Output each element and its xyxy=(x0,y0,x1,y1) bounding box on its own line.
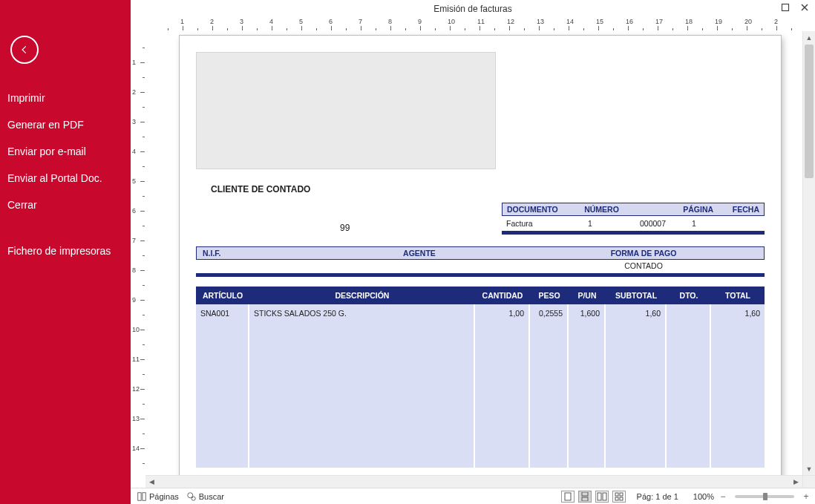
info-header-nif: N.I.F. xyxy=(197,247,315,259)
doc-header-pagina: PÁGINA xyxy=(678,203,728,215)
items-header-total: TOTAL xyxy=(711,287,765,304)
svg-rect-8 xyxy=(582,497,588,501)
items-header-subtotal: SUBTOTAL xyxy=(606,287,667,304)
svg-rect-13 xyxy=(615,497,618,500)
item-peso: 0,2555 xyxy=(530,304,569,468)
viewmode-two-page[interactable] xyxy=(595,491,609,503)
item-dto xyxy=(667,304,711,468)
item-pun: 1,600 xyxy=(569,304,606,468)
back-button[interactable] xyxy=(10,36,39,64)
two-page-icon xyxy=(597,492,607,501)
doc-value-numero-series: 1 xyxy=(583,217,635,229)
info-header-forma-pago: FORMA DE PAGO xyxy=(523,247,764,259)
doc-header-fecha: FECHA xyxy=(728,203,764,215)
scroll-down-button[interactable]: ▼ xyxy=(803,462,815,475)
info-header-table: N.I.F. AGENTE FORMA DE PAGO CONTADO xyxy=(196,246,765,277)
zoom-slider[interactable] xyxy=(735,495,794,498)
logo-placeholder xyxy=(196,52,496,169)
doc-header-numero: NÚMERO xyxy=(580,203,629,215)
svg-rect-11 xyxy=(615,493,618,496)
doc-value-numero: 000007 xyxy=(635,217,687,229)
scroll-left-button[interactable]: ◀ xyxy=(145,476,158,488)
document-header-table: DOCUMENTO NÚMERO PÁGINA FECHA Factura 1 … xyxy=(502,203,765,235)
svg-rect-2 xyxy=(143,492,145,500)
item-descripcion: STICKS SALADOS 250 G. xyxy=(249,304,475,468)
viewmode-grid[interactable] xyxy=(612,491,626,503)
horizontal-ruler: 12345678910111213141516171819202 xyxy=(145,18,802,31)
item-total: 1,60 xyxy=(711,304,765,468)
sidebar-item-imprimir[interactable]: Imprimir xyxy=(0,85,131,111)
paginas-button[interactable]: Páginas xyxy=(135,491,180,502)
vertical-scrollbar[interactable]: ▲ ▼ xyxy=(802,31,815,475)
viewmode-single[interactable] xyxy=(561,491,575,503)
info-value-agente xyxy=(315,260,523,272)
doc-header-documento: DOCUMENTO xyxy=(503,203,580,215)
zoom-slider-thumb[interactable] xyxy=(763,493,767,500)
single-page-icon xyxy=(564,492,572,501)
scroll-right-button[interactable]: ▶ xyxy=(790,476,802,488)
search-icon xyxy=(186,491,197,502)
client-label: CLIENTE DE CONTADO xyxy=(211,184,310,194)
preview-viewport[interactable]: CLIENTE DE CONTADO 99 DOCUMENTO NÚMERO P… xyxy=(145,31,802,475)
svg-rect-6 xyxy=(565,493,571,500)
item-subtotal: 1,60 xyxy=(606,304,667,468)
zoom-out-button[interactable]: − xyxy=(719,491,727,502)
client-code: 99 xyxy=(340,223,350,233)
viewmode-continuous[interactable] xyxy=(578,491,592,503)
vertical-scroll-thumb[interactable] xyxy=(805,45,814,178)
close-icon xyxy=(800,3,809,12)
vertical-ruler: 1234567891011121314 xyxy=(131,31,145,475)
grid-page-icon xyxy=(615,492,623,501)
info-value-forma-pago: CONTADO xyxy=(523,260,765,272)
horizontal-scrollbar[interactable]: ◀ ▶ xyxy=(145,475,802,488)
titlebar: Emisión de facturas xyxy=(131,0,815,18)
pages-icon xyxy=(137,491,147,502)
sidebar-item-cerrar[interactable]: Cerrar xyxy=(0,192,131,218)
sidebar-item-generar-pdf[interactable]: Generar en PDF xyxy=(0,111,131,138)
item-cantidad: 1,00 xyxy=(475,304,530,468)
paginas-label: Páginas xyxy=(149,492,179,501)
main-area: Emisión de facturas 12345678910111213141… xyxy=(131,0,815,504)
items-header-pun: P/UN xyxy=(569,287,606,304)
svg-rect-0 xyxy=(782,4,789,11)
sidebar-item-enviar-email[interactable]: Enviar por e-mail xyxy=(0,138,131,165)
page-info: Pág: 1 de 1 xyxy=(637,492,678,501)
buscar-label: Buscar xyxy=(199,492,224,501)
svg-rect-7 xyxy=(582,492,588,496)
doc-value-pagina: 1 xyxy=(687,217,739,229)
items-header-descripcion: DESCRIPCIÓN xyxy=(249,287,475,304)
maximize-icon xyxy=(781,3,790,12)
svg-rect-1 xyxy=(138,492,141,500)
sidebar-item-fichero-impresoras[interactable]: Fichero de impresoras xyxy=(0,238,131,264)
item-articulo: SNA001 xyxy=(196,304,249,468)
items-table: ARTÍCULO DESCRIPCIÓN CANTIDAD PESO P/UN … xyxy=(196,287,765,468)
info-header-agente: AGENTE xyxy=(315,247,523,259)
doc-value-fecha xyxy=(739,217,765,229)
maximize-button[interactable] xyxy=(779,1,791,13)
zoom-value: 100% xyxy=(693,492,714,501)
continuous-page-icon xyxy=(581,492,589,501)
sidebar-item-enviar-portal[interactable]: Enviar al Portal Doc. xyxy=(0,165,131,192)
svg-rect-12 xyxy=(620,493,623,496)
window-title: Emisión de facturas xyxy=(433,4,511,14)
svg-rect-10 xyxy=(603,493,606,500)
zoom-in-button[interactable]: + xyxy=(802,491,811,502)
items-header-dto: DTO. xyxy=(667,287,711,304)
close-button[interactable] xyxy=(799,1,811,13)
doc-value-documento: Factura xyxy=(502,217,583,229)
scroll-up-button[interactable]: ▲ xyxy=(803,31,815,44)
svg-rect-14 xyxy=(620,497,623,500)
items-header-peso: PESO xyxy=(530,287,569,304)
buscar-button[interactable]: Buscar xyxy=(185,491,226,502)
sidebar: Imprimir Generar en PDF Enviar por e-mai… xyxy=(0,0,131,504)
svg-rect-9 xyxy=(598,493,601,500)
arrow-left-icon xyxy=(19,45,30,55)
items-header-articulo: ARTÍCULO xyxy=(196,287,249,304)
invoice-page: CLIENTE DE CONTADO 99 DOCUMENTO NÚMERO P… xyxy=(180,36,781,475)
statusbar: Páginas Buscar Pág: 1 de 1 100% − + xyxy=(131,488,815,504)
info-value-nif xyxy=(196,260,315,272)
items-header-cantidad: CANTIDAD xyxy=(475,287,530,304)
